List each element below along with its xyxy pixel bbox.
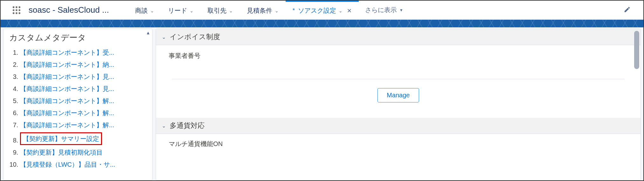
list-item: 【商談詳細コンポーネント】解... xyxy=(20,107,150,119)
waffle-icon xyxy=(12,6,21,15)
svg-point-8 xyxy=(19,12,21,14)
section-invoice-header[interactable]: ⌄ インボイス制度 xyxy=(156,29,641,45)
triangle-down-icon: ▼ xyxy=(399,8,403,12)
svg-point-7 xyxy=(16,12,17,14)
chevron-down-icon[interactable]: ⌄ xyxy=(190,8,193,13)
chevron-down-icon[interactable]: ⌄ xyxy=(150,8,154,13)
list-item: 【商談詳細コンポーネント】解... xyxy=(20,95,150,107)
list-item: 【契約更新】見積初期化項目 xyxy=(20,146,150,158)
more-label: さらに表示 xyxy=(365,6,397,14)
list-item: 【見積登録（LWC）】品目・サ... xyxy=(20,158,150,171)
sidebar-link[interactable]: 【商談詳細コンポーネント】受... xyxy=(20,48,114,57)
sidebar-custom-metadata: ▲ カスタムメタデータ 【商談詳細コンポーネント】受...【商談詳細コンポーネン… xyxy=(3,29,153,180)
scrollbar[interactable] xyxy=(634,31,639,178)
chevron-down-icon[interactable]: ⌄ xyxy=(275,8,279,13)
top-navigation: soasc - SalesCloud ... 商談 ⌄ リード ⌄ 取引先 ⌄ … xyxy=(1,1,643,20)
tab-label: 商談 xyxy=(135,6,148,15)
tab-label: リード xyxy=(168,6,187,15)
field-label-multicurrency-on: マルチ通貨機能ON xyxy=(169,140,628,148)
manage-button[interactable]: Manage xyxy=(377,88,419,102)
list-item: 【商談詳細コンポーネント】見... xyxy=(20,71,150,83)
section-multicurrency-header[interactable]: ⌄ 多通貨対応 xyxy=(156,118,641,134)
chevron-down-icon: ⌄ xyxy=(162,34,166,40)
content-panel: ⌄ インボイス制度 事業者番号 Manage ⌄ 多通貨対応 マルチ通貨機能ON xyxy=(156,29,641,180)
field-label-business-number: 事業者番号 xyxy=(169,52,628,60)
app-title[interactable]: soasc - SalesCloud ... xyxy=(29,5,109,15)
pattern-bar xyxy=(1,20,643,27)
sidebar-link[interactable]: 【見積登録（LWC）】品目・サ... xyxy=(20,160,115,169)
sidebar-list: 【商談詳細コンポーネント】受...【商談詳細コンポーネント】納...【商談詳細コ… xyxy=(9,46,150,171)
nav-tabs: 商談 ⌄ リード ⌄ 取引先 ⌄ 見積条件 ⌄ * ソアスク設定 ⌄ ✕ さらに… xyxy=(128,1,410,19)
tab-opportunities[interactable]: 商談 ⌄ xyxy=(128,1,161,19)
list-item: 【商談詳細コンポーネント】納... xyxy=(20,59,150,71)
svg-point-3 xyxy=(13,9,15,11)
svg-point-6 xyxy=(13,12,15,14)
sidebar-title: カスタムメタデータ xyxy=(9,32,150,43)
list-item: 【契約更新】サマリー設定 xyxy=(20,131,150,146)
chevron-down-icon[interactable]: ⌄ xyxy=(339,8,342,13)
sidebar-link[interactable]: 【契約更新】見積初期化項目 xyxy=(20,148,103,157)
unsaved-marker: * xyxy=(293,7,295,14)
list-item: 【商談詳細コンポーネント】解... xyxy=(20,119,150,131)
svg-point-1 xyxy=(16,6,17,8)
chevron-down-icon[interactable]: ⌄ xyxy=(229,8,233,13)
sidebar-link[interactable]: 【契約更新】サマリー設定 xyxy=(20,132,102,145)
edit-pencil-icon[interactable] xyxy=(624,6,631,14)
main-area: ▲ カスタムメタデータ 【商談詳細コンポーネント】受...【商談詳細コンポーネン… xyxy=(1,27,643,180)
close-icon[interactable]: ✕ xyxy=(347,7,352,14)
tab-label: 見積条件 xyxy=(247,6,272,15)
sidebar-link[interactable]: 【商談詳細コンポーネント】納... xyxy=(20,60,114,69)
more-tabs[interactable]: さらに表示 ▼ xyxy=(359,1,410,19)
sidebar-link[interactable]: 【商談詳細コンポーネント】解... xyxy=(20,108,114,118)
scrollbar-thumb[interactable] xyxy=(634,31,639,69)
section-multicurrency-body: マルチ通貨機能ON xyxy=(156,134,641,153)
tab-quote-conditions[interactable]: 見積条件 ⌄ xyxy=(240,1,286,19)
sidebar-link[interactable]: 【商談詳細コンポーネント】見... xyxy=(20,72,114,81)
tab-leads[interactable]: リード ⌄ xyxy=(161,1,200,19)
svg-point-2 xyxy=(19,6,21,8)
section-title: 多通貨対応 xyxy=(170,121,205,130)
section-invoice-body: 事業者番号 Manage xyxy=(156,45,641,118)
tab-label: 取引先 xyxy=(207,6,227,15)
tab-accounts[interactable]: 取引先 ⌄ xyxy=(200,1,240,19)
sidebar-link[interactable]: 【商談詳細コンポーネント】見... xyxy=(20,84,114,94)
list-item: 【商談詳細コンポーネント】見... xyxy=(20,83,150,95)
tab-soasc-settings[interactable]: * ソアスク設定 ⌄ ✕ xyxy=(286,1,359,19)
chevron-down-icon: ⌄ xyxy=(162,123,166,129)
app-launcher-icon[interactable] xyxy=(10,4,23,17)
sidebar-link[interactable]: 【商談詳細コンポーネント】解... xyxy=(20,120,114,130)
list-item: 【商談詳細コンポーネント】受... xyxy=(20,46,150,59)
svg-point-4 xyxy=(16,9,17,11)
scroll-up-icon[interactable]: ▲ xyxy=(146,30,150,35)
field-input-business-number[interactable] xyxy=(172,63,625,79)
svg-point-0 xyxy=(13,6,15,8)
svg-point-5 xyxy=(19,9,21,11)
section-title: インボイス制度 xyxy=(170,32,220,42)
tab-label: ソアスク設定 xyxy=(298,6,336,15)
sidebar-link[interactable]: 【商談詳細コンポーネント】解... xyxy=(20,96,114,106)
